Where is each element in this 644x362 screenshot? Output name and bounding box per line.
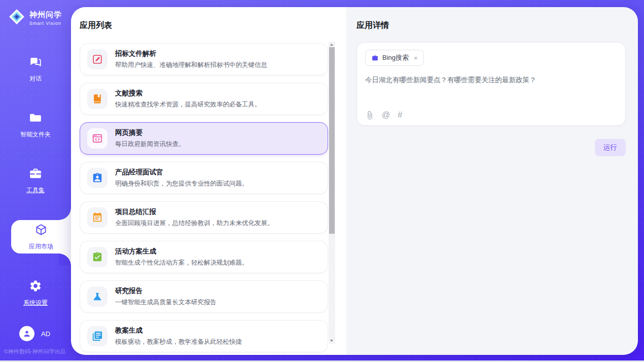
sidebar: 神州问学 Smart Vision 对话 智能文件夹 工具集 应用市场 系统设置… (0, 0, 71, 360)
app-card-title: 项目总结汇报 (115, 207, 274, 216)
tool-tag-label: Bing搜索 (382, 53, 409, 62)
query-input[interactable]: 今日湖北有哪些新闻要点？有哪些需要关注的最新政策？ (365, 75, 617, 85)
app-card[interactable]: 文献搜索 快速精准查找学术资源，提高研究效率的必备工具。 (80, 83, 328, 115)
books-icon (87, 326, 108, 346)
clipboard-check-icon (87, 247, 108, 267)
close-icon[interactable]: × (414, 54, 418, 62)
sidebar-item-app-market[interactable]: 应用市场 (11, 220, 71, 254)
brand: 神州问学 Smart Vision (0, 0, 71, 27)
book-icon (87, 89, 108, 109)
app-detail-title: 应用详情 (356, 20, 627, 31)
app-card-desc: 一键智能生成高质量长文本研究报告 (115, 298, 217, 307)
browser-code-icon (87, 128, 108, 149)
app-detail-panel: 应用详情 Bing搜索 × 今日湖北有哪些新闻要点？有哪些需要关注的最新政策？ … (346, 7, 638, 355)
at-mention-icon[interactable]: @ (382, 111, 390, 120)
sidebar-item-toolset[interactable]: 工具集 (0, 164, 71, 197)
folder-icon (29, 111, 42, 126)
app-card-desc: 全面回顾项目进展，总结经验教训，助力未来优化发展。 (115, 219, 274, 228)
user-name: AD (41, 330, 50, 338)
prompt-composer: Bing搜索 × 今日湖北有哪些新闻要点？有哪些需要关注的最新政策？ @ # (356, 42, 626, 126)
cube-icon (34, 223, 48, 238)
app-card[interactable]: 招标文件解析 帮助用户快速、准确地理解和解析招标书中的关键信息 (80, 43, 328, 76)
app-card[interactable]: 项目总结汇报 全面回顾项目进展，总结经验教训，助力未来优化发展。 (80, 201, 328, 234)
brand-name: 神州问学 (29, 10, 62, 20)
user-account[interactable]: AD (0, 326, 71, 341)
sidebar-nav: 对话 智能文件夹 工具集 应用市场 系统设置 (0, 53, 71, 333)
app-card-desc: 智能生成个性化活动方案，轻松解决规划难题。 (115, 259, 248, 267)
briefcase-icon (371, 54, 379, 62)
sidebar-item-chat[interactable]: 对话 (0, 53, 71, 85)
scrollbar[interactable] (329, 42, 335, 344)
app-card-desc: 帮助用户快速、准确地理解和解析招标书中的关键信息 (115, 61, 267, 69)
run-button[interactable]: 运行 (595, 139, 626, 156)
app-card-title: 文献搜索 (115, 89, 261, 98)
doc-pen-icon (87, 49, 108, 69)
gear-icon (29, 279, 42, 295)
tool-tag-bing-search[interactable]: Bing搜索 × (365, 50, 424, 66)
app-card[interactable]: 研究报告 一键智能生成高质量长文本研究报告 (80, 280, 328, 313)
flask-icon (87, 286, 108, 307)
app-card[interactable]: 网页摘要 每日政府新闻资讯快查。 (80, 122, 328, 155)
app-card-desc: 每日政府新闻资讯快查。 (115, 140, 185, 149)
chat-icon (29, 55, 42, 70)
app-card-desc: 快速精准查找学术资源，提高研究效率的必备工具。 (115, 100, 261, 109)
scrollbar-thumb[interactable] (329, 47, 335, 234)
scrollbar-down-arrow-icon[interactable] (329, 338, 335, 344)
toolbox-icon (29, 167, 42, 182)
copyright-footer: ©神州数码·神州问学出品 (4, 348, 66, 355)
app-list: 招标文件解析 帮助用户快速、准确地理解和解析招标书中的关键信息 文献搜索 快速精… (80, 43, 328, 355)
app-card[interactable]: 教案生成 模板驱动，教案秒成，教学准备从此轻松快捷 (80, 320, 328, 352)
hash-icon[interactable]: # (398, 111, 402, 120)
composer-toolbar: @ # (366, 111, 402, 120)
app-list-panel: 应用列表 招标文件解析 帮助用户快速、准确地理解和解析招标书中的关键信息 文献搜… (71, 7, 346, 355)
app-card-title: 活动方案生成 (115, 247, 248, 256)
app-card-title: 招标文件解析 (115, 49, 267, 58)
app-card-title: 网页摘要 (115, 128, 185, 137)
app-card[interactable]: 产品经理面试官 明确身份和职责，为您提供专业性的面试问题。 (80, 162, 328, 194)
app-card-title: 产品经理面试官 (115, 168, 248, 177)
app-card[interactable]: 活动方案生成 智能生成个性化活动方案，轻松解决规划难题。 (80, 241, 328, 273)
notepad-icon (87, 207, 108, 228)
brand-logo-icon (8, 8, 25, 27)
app-card-desc: 明确身份和职责，为您提供专业性的面试问题。 (115, 179, 248, 188)
person-doc-icon (87, 168, 108, 188)
app-card-desc: 模板驱动，教案秒成，教学准备从此轻松快捷 (115, 338, 242, 346)
app-card-title: 研究报告 (115, 286, 217, 296)
brand-subtitle: Smart Vision (29, 21, 62, 26)
user-avatar-icon (19, 326, 34, 341)
main-container: 应用列表 招标文件解析 帮助用户快速、准确地理解和解析招标书中的关键信息 文献搜… (71, 7, 638, 355)
app-list-title: 应用列表 (80, 20, 112, 31)
app-card-title: 教案生成 (115, 326, 242, 335)
paperclip-icon[interactable] (366, 111, 374, 120)
sidebar-item-smart-folder[interactable]: 智能文件夹 (0, 108, 71, 141)
sidebar-item-settings[interactable]: 系统设置 (0, 277, 71, 309)
